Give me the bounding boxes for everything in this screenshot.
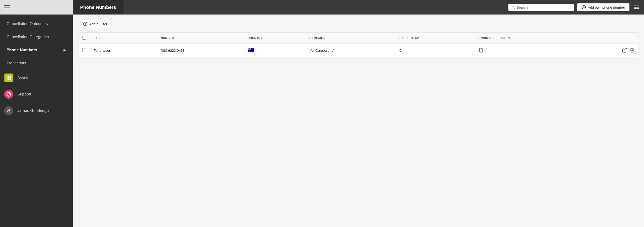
row-number-cell: (08) 6223 0438 bbox=[157, 44, 244, 57]
country-flag: 🇦🇺 bbox=[248, 47, 254, 53]
content-area: Add a Filter LABEL NUMBER COUNTRY CAMPAI… bbox=[73, 14, 644, 227]
row-campaigns-cell: (All Campaigns) bbox=[306, 44, 396, 57]
svg-line-8 bbox=[514, 8, 514, 9]
edit-icon bbox=[622, 48, 627, 53]
phone-numbers-table: LABEL NUMBER COUNTRY CAMPAIGNS CALLS TOT… bbox=[78, 32, 638, 57]
table-row: Fundraiser (08) 6223 0438 🇦🇺 (All Campai… bbox=[78, 44, 638, 57]
col-header-fundraiser-dial-in: FUNDRAISER DIAL-IN bbox=[474, 32, 584, 44]
sidebar: Cancellation Outcomes Cancellation Categ… bbox=[0, 0, 73, 227]
search-box[interactable] bbox=[508, 4, 574, 11]
sidebar-item-label: Phone Numbers bbox=[6, 48, 37, 52]
delete-button[interactable] bbox=[630, 48, 634, 53]
svg-rect-1 bbox=[9, 76, 10, 78]
table-body: Fundraiser (08) 6223 0438 🇦🇺 (All Campai… bbox=[78, 44, 638, 57]
search-input[interactable] bbox=[516, 5, 571, 9]
main-content: Phone Numbers Add own phone number bbox=[73, 0, 644, 227]
support-icon bbox=[4, 90, 13, 99]
col-header-calls-total: CALLS TOTAL bbox=[396, 32, 474, 44]
clipboard-icon bbox=[478, 48, 483, 53]
add-filter-button[interactable]: Add a Filter bbox=[78, 20, 112, 28]
list-view-icon bbox=[634, 4, 639, 10]
top-header: Phone Numbers Add own phone number bbox=[73, 0, 644, 14]
sidebar-item-label: Cancellation Outcomes bbox=[6, 21, 48, 26]
select-all-checkbox[interactable] bbox=[82, 36, 86, 39]
col-header-number: NUMBER bbox=[157, 32, 244, 44]
edit-button[interactable] bbox=[622, 48, 627, 53]
arrow-right-icon: ▶ bbox=[64, 48, 66, 52]
sidebar-menu-toggle[interactable] bbox=[0, 0, 73, 14]
add-filter-label: Add a Filter bbox=[89, 22, 107, 26]
add-phone-label: Add own phone number bbox=[588, 5, 625, 9]
svg-rect-3 bbox=[9, 78, 10, 80]
sidebar-item-label: James Goodridge bbox=[17, 108, 49, 113]
svg-rect-0 bbox=[7, 76, 9, 78]
sidebar-nav: Cancellation Outcomes Cancellation Categ… bbox=[0, 14, 73, 227]
sidebar-item-cancellation-outcomes[interactable]: Cancellation Outcomes bbox=[0, 17, 73, 30]
phone-numbers-table-container: LABEL NUMBER COUNTRY CAMPAIGNS CALLS TOT… bbox=[78, 32, 638, 57]
search-icon bbox=[511, 5, 515, 9]
row-checkbox-cell bbox=[78, 44, 90, 57]
table-header: LABEL NUMBER COUNTRY CAMPAIGNS CALLS TOT… bbox=[78, 32, 638, 44]
svg-point-5 bbox=[8, 96, 9, 96]
filter-bar: Add a Filter bbox=[78, 20, 638, 28]
plus-circle-icon bbox=[582, 5, 586, 9]
sidebar-item-phone-numbers[interactable]: Phone Numbers ▶ bbox=[0, 43, 73, 57]
svg-rect-2 bbox=[7, 78, 9, 80]
sidebar-item-support[interactable]: Support bbox=[0, 86, 73, 102]
sidebar-item-label: Cancellation Categories bbox=[6, 35, 49, 39]
assets-icon bbox=[4, 73, 13, 82]
add-phone-button[interactable]: Add own phone number bbox=[577, 3, 630, 11]
svg-point-6 bbox=[8, 109, 9, 111]
row-action-buttons bbox=[587, 48, 634, 53]
list-view-button[interactable] bbox=[633, 3, 640, 11]
sidebar-item-assets[interactable]: Assets bbox=[0, 70, 73, 86]
page-title: Phone Numbers bbox=[80, 5, 116, 10]
col-header-label: LABEL bbox=[90, 32, 157, 44]
col-header-actions bbox=[584, 32, 638, 44]
delete-icon bbox=[630, 48, 634, 53]
sidebar-item-user-profile[interactable]: James Goodridge bbox=[0, 102, 73, 119]
user-icon bbox=[4, 106, 13, 115]
sidebar-item-label: Transcripts bbox=[6, 61, 26, 65]
select-all-column bbox=[78, 32, 90, 44]
sidebar-item-transcripts[interactable]: Transcripts bbox=[0, 57, 73, 70]
hamburger-icon bbox=[4, 5, 10, 9]
sidebar-item-label: Support bbox=[17, 92, 32, 97]
page-title-box: Phone Numbers bbox=[73, 0, 124, 14]
row-country-cell: 🇦🇺 bbox=[244, 44, 306, 57]
svg-point-7 bbox=[512, 6, 514, 8]
row-checkbox[interactable] bbox=[82, 48, 86, 52]
sidebar-item-label: Assets bbox=[17, 76, 29, 80]
header-actions: Add own phone number bbox=[508, 3, 644, 11]
col-header-campaigns: CAMPAIGNS bbox=[306, 32, 396, 44]
clipboard-button[interactable] bbox=[478, 48, 483, 53]
row-calls-total-cell: 0 bbox=[396, 44, 474, 57]
col-header-country: COUNTRY bbox=[244, 32, 306, 44]
row-actions-cell bbox=[584, 44, 638, 57]
plus-circle-filter-icon bbox=[83, 22, 88, 26]
svg-rect-20 bbox=[480, 48, 481, 49]
row-fundraiser-dial-in-cell bbox=[474, 44, 584, 57]
row-label-cell: Fundraiser bbox=[90, 44, 157, 57]
sidebar-item-cancellation-categories[interactable]: Cancellation Categories bbox=[0, 30, 73, 43]
